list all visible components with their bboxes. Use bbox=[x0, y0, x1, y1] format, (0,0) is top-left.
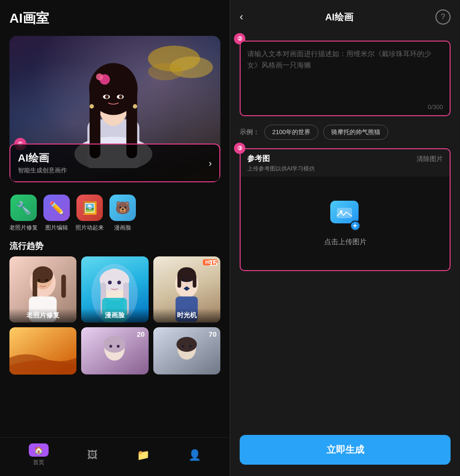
text-input-placeholder: 请输入文本对画面进行描述如：用维米尔《戴珍珠耳环的少女》风格画一只海獭 bbox=[247, 48, 443, 71]
svg-point-13 bbox=[119, 95, 122, 98]
text-input-box[interactable]: 请输入文本对画面进行描述如：用维米尔《戴珍珠耳环的少女》风格画一只海獭 0/30… bbox=[240, 41, 451, 116]
svg-point-26 bbox=[45, 279, 48, 281]
hero-card-title: AI绘画 bbox=[18, 151, 67, 165]
hero-banner[interactable]: ① AI绘画 智能生成创意画作 › bbox=[9, 36, 220, 182]
example-pill-1[interactable]: 2100年的世界 bbox=[264, 125, 318, 140]
trending-item-cartoon[interactable]: 漫画脸 bbox=[81, 256, 148, 323]
nav-gallery[interactable]: 🖼 bbox=[87, 449, 98, 462]
tool-image-edit[interactable]: ✏️ 图片编辑 bbox=[43, 195, 70, 232]
upload-image-icon bbox=[330, 201, 359, 223]
photo-animate-icon: 🖼️ bbox=[76, 195, 103, 221]
hero-card-subtitle: 智能生成创意画作 bbox=[18, 166, 67, 175]
trending-item2-3[interactable]: 70 bbox=[153, 327, 220, 374]
right-panel-title: AI绘画 bbox=[325, 11, 353, 24]
trending2-img-1 bbox=[9, 327, 76, 374]
clear-image-button[interactable]: 清除图片 bbox=[417, 155, 443, 163]
quick-tools-row: 🔧 老照片修复 ✏️ 图片编辑 🖼️ 照片动起来 🐻 漫画脸 bbox=[0, 186, 230, 237]
tool-photo-restore[interactable]: 🔧 老照片修复 bbox=[9, 195, 38, 232]
right-panel: ‹ AI绘画 ? ② 请输入文本对画面进行描述如：用维米尔《戴珍珠耳环的少女》风… bbox=[230, 0, 460, 476]
trending-title: 流行趋势 bbox=[0, 237, 230, 256]
upload-text: 点击上传图片 bbox=[324, 238, 367, 246]
svg-point-40 bbox=[182, 279, 185, 281]
svg-rect-38 bbox=[177, 275, 181, 288]
app-title: AI画室 bbox=[9, 9, 220, 27]
svg-rect-22 bbox=[33, 275, 37, 298]
svg-rect-39 bbox=[192, 275, 196, 288]
ref-subtitle: 上传参考图以供AI学习模仿 bbox=[247, 165, 315, 173]
tool-photo-animate[interactable]: 🖼️ 照片动起来 bbox=[75, 195, 104, 232]
example-pill-2[interactable]: 骑摩托的帅气熊猫 bbox=[323, 125, 388, 140]
right-header: ‹ AI绘画 ? bbox=[230, 0, 460, 29]
ref-title-group: 参考图 上传参考图以供AI学习模仿 bbox=[247, 154, 315, 173]
svg-point-49 bbox=[109, 345, 112, 348]
photo-restore-label: 老照片修复 bbox=[9, 224, 38, 232]
svg-point-54 bbox=[182, 345, 184, 348]
text-input-section: ② 请输入文本对画面进行描述如：用维米尔《戴珍珠耳环的少女》风格画一只海獭 0/… bbox=[240, 32, 451, 116]
photo-animate-label: 照片动起来 bbox=[75, 224, 104, 232]
svg-point-50 bbox=[117, 345, 120, 348]
count-badge-3: 15 bbox=[209, 259, 217, 268]
svg-point-16 bbox=[90, 104, 94, 109]
trending-item2-2[interactable]: 20 bbox=[81, 327, 148, 374]
photo-restore-icon: 🔧 bbox=[10, 195, 37, 221]
count-badge2-3: 70 bbox=[209, 330, 217, 338]
svg-point-25 bbox=[38, 279, 41, 281]
profile-icon: 👤 bbox=[188, 449, 201, 462]
svg-rect-23 bbox=[61, 275, 66, 298]
nav-home-label: 首页 bbox=[33, 459, 44, 467]
trending-item-timemachine[interactable]: HOT 15 时光机 bbox=[153, 256, 220, 323]
svg-point-55 bbox=[189, 345, 192, 348]
trending-label-2: 漫画脸 bbox=[81, 308, 148, 323]
trending-item2-1[interactable] bbox=[9, 327, 76, 374]
nav-home[interactable]: 🏠 首页 bbox=[29, 443, 49, 467]
svg-point-12 bbox=[105, 95, 109, 98]
trending-grid: 老照片修复 漫画脸 bbox=[0, 256, 230, 323]
svg-rect-56 bbox=[337, 208, 352, 218]
back-button[interactable]: ‹ bbox=[240, 11, 243, 23]
examples-label: 示例： bbox=[240, 128, 259, 136]
bottom-nav: 🏠 首页 🖼 📁 👤 bbox=[0, 437, 230, 476]
image-edit-icon: ✏️ bbox=[43, 195, 70, 221]
home-icon: 🏠 bbox=[29, 443, 49, 457]
cartoon-face-icon: 🐻 bbox=[109, 195, 136, 221]
image-edit-label: 图片编辑 bbox=[45, 224, 68, 232]
upload-icon-wrap: + bbox=[330, 201, 360, 231]
reference-section: ③ 参考图 上传参考图以供AI学习模仿 清除图片 + 点击上传图片 bbox=[240, 148, 451, 271]
ref-title: 参考图 bbox=[247, 154, 315, 164]
cartoon-face-label: 漫画脸 bbox=[114, 224, 131, 232]
svg-point-48 bbox=[103, 336, 125, 353]
char-count: 0/300 bbox=[427, 103, 443, 110]
hero-chevron-icon: › bbox=[209, 158, 212, 169]
generate-button[interactable]: 立即生成 bbox=[240, 435, 451, 465]
svg-point-33 bbox=[117, 280, 121, 284]
svg-point-15 bbox=[96, 73, 103, 80]
nav-folder[interactable]: 📁 bbox=[137, 449, 150, 462]
gallery-icon: 🖼 bbox=[87, 449, 98, 462]
count-badge2-2: 20 bbox=[137, 330, 145, 338]
generate-section: 立即生成 bbox=[230, 427, 460, 476]
trending-label-3: 时光机 bbox=[153, 308, 220, 323]
svg-point-2 bbox=[148, 63, 183, 80]
ref-header-row: 参考图 上传参考图以供AI学习模仿 清除图片 bbox=[240, 148, 451, 177]
image-upload-svg bbox=[336, 205, 353, 219]
svg-point-53 bbox=[176, 337, 197, 352]
tool-cartoon-face[interactable]: 🐻 漫画脸 bbox=[109, 195, 136, 232]
hero-card-text: AI绘画 智能生成创意画作 bbox=[18, 151, 67, 175]
left-header: AI画室 bbox=[0, 0, 230, 32]
svg-point-32 bbox=[108, 280, 112, 284]
svg-point-17 bbox=[133, 104, 137, 109]
trending-bg2-1 bbox=[9, 327, 76, 374]
folder-icon: 📁 bbox=[137, 449, 150, 462]
upload-plus-icon: + bbox=[350, 221, 360, 231]
hero-card[interactable]: AI绘画 智能生成创意画作 › bbox=[9, 144, 220, 182]
help-button[interactable]: ? bbox=[435, 9, 451, 25]
trending-label-1: 老照片修复 bbox=[9, 308, 76, 323]
svg-point-41 bbox=[188, 279, 191, 281]
trending-row2: 20 70 bbox=[0, 323, 230, 374]
trending-item-photo-restore[interactable]: 老照片修复 bbox=[9, 256, 76, 323]
examples-row: 示例： 2100年的世界 骑摩托的帅气熊猫 bbox=[230, 119, 460, 145]
nav-profile[interactable]: 👤 bbox=[188, 449, 201, 462]
left-panel: AI画室 bbox=[0, 0, 230, 476]
step-3-badge: ③ bbox=[234, 143, 245, 154]
upload-area[interactable]: + 点击上传图片 bbox=[240, 177, 451, 271]
